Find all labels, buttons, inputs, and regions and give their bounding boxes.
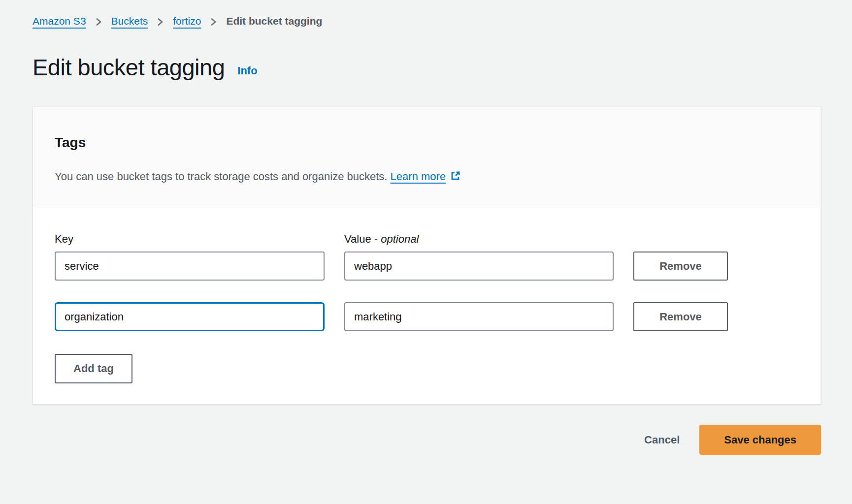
chevron-right-icon	[210, 18, 217, 26]
value-label: Value - optional	[344, 233, 614, 246]
page-header: Edit bucket tagging Info	[33, 52, 821, 83]
tag-row: Remove	[55, 252, 799, 281]
chevron-right-icon	[95, 18, 102, 26]
breadcrumb-link-amazon-s3[interactable]: Amazon S3	[33, 15, 86, 28]
tags-description: You can use bucket tags to track storage…	[55, 170, 799, 185]
form-labels-row: Key Value - optional	[55, 233, 799, 246]
breadcrumb-current: Edit bucket tagging	[226, 15, 322, 28]
tag-key-input-2[interactable]	[55, 302, 325, 331]
tag-row: Remove	[55, 302, 799, 331]
value-optional-text: optional	[381, 233, 419, 245]
footer-actions: Cancel Save changes	[33, 425, 821, 455]
tags-card: Tags You can use bucket tags to track st…	[33, 106, 821, 405]
add-tag-button[interactable]: Add tag	[55, 354, 132, 383]
chevron-right-icon	[157, 18, 164, 26]
tag-key-input-1[interactable]	[55, 252, 325, 281]
page-title: Edit bucket tagging	[33, 52, 225, 83]
tags-heading: Tags	[55, 134, 799, 151]
remove-tag-button-2[interactable]: Remove	[633, 302, 728, 331]
tags-form: Key Value - optional Remove Remove Add t…	[33, 206, 820, 404]
external-link-icon	[450, 170, 461, 185]
breadcrumb-link-buckets[interactable]: Buckets	[111, 15, 148, 28]
remove-tag-button-1[interactable]: Remove	[633, 252, 728, 281]
breadcrumb-link-fortizo[interactable]: fortizo	[173, 15, 201, 28]
tags-card-header: Tags You can use bucket tags to track st…	[33, 107, 820, 206]
tags-description-text: You can use bucket tags to track storage…	[55, 170, 387, 183]
tag-value-input-2[interactable]	[344, 302, 614, 331]
key-label: Key	[55, 233, 325, 246]
value-optional-separator: -	[374, 233, 378, 245]
tag-value-input-1[interactable]	[344, 252, 614, 281]
value-label-text: Value	[344, 233, 371, 245]
breadcrumb: Amazon S3 Buckets fortizo Edit bucket ta…	[33, 15, 821, 28]
cancel-button[interactable]: Cancel	[631, 425, 692, 455]
learn-more-link[interactable]: Learn more	[391, 170, 446, 183]
page: Amazon S3 Buckets fortizo Edit bucket ta…	[0, 0, 852, 455]
info-link[interactable]: Info	[237, 64, 257, 83]
save-changes-button[interactable]: Save changes	[699, 425, 821, 455]
